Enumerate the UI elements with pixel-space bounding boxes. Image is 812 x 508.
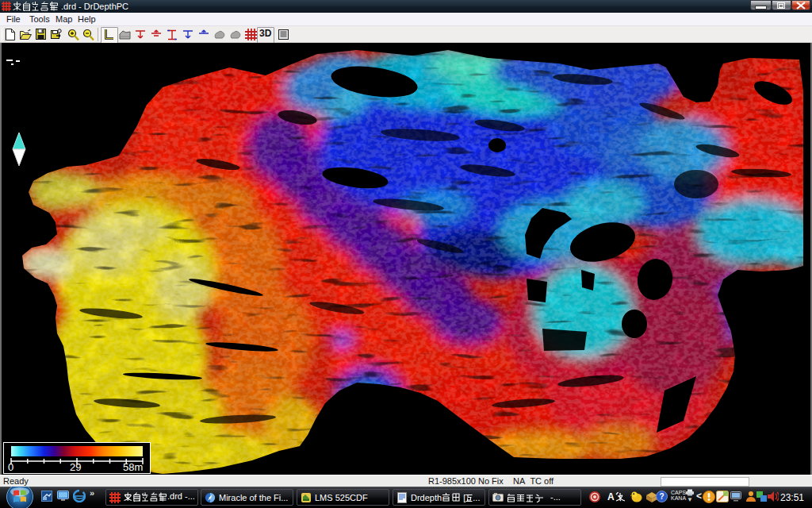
svg-text:58m: 58m [123, 461, 143, 473]
svg-text:?: ? [659, 492, 664, 501]
svg-text:0: 0 [8, 461, 13, 473]
svg-text:29: 29 [70, 461, 81, 473]
